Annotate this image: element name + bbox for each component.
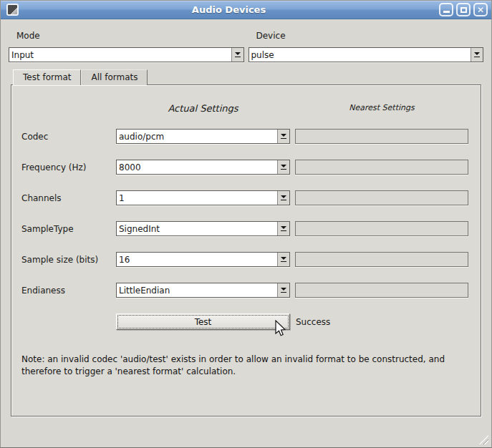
chevron-down-icon[interactable] — [277, 283, 289, 297]
chevron-down-icon[interactable] — [277, 222, 289, 235]
close-button[interactable]: ✕ — [473, 3, 488, 16]
maximize-button[interactable] — [456, 3, 471, 16]
chevron-down-icon[interactable] — [277, 160, 289, 174]
samplesize-value: 16 — [117, 255, 277, 265]
window-icon[interactable] — [6, 4, 19, 16]
device-combobox[interactable]: pulse — [249, 47, 484, 62]
row-sampletype: SampleType SignedInt — [21, 221, 471, 236]
device-value: pulse — [249, 50, 471, 60]
row-samplesize: Sample size (bits) 16 — [21, 252, 471, 267]
mode-label: Mode — [16, 31, 244, 41]
tab-test-format[interactable]: Test format — [13, 69, 81, 85]
minimize-icon — [443, 11, 450, 13]
sampletype-nearest-field — [295, 221, 468, 236]
row-channels: Channels 1 — [21, 190, 471, 205]
nearest-settings-header: Nearest Settings — [295, 103, 468, 114]
row-frequency: Frequency (Hz) 8000 — [21, 160, 471, 175]
mode-value: Input — [9, 50, 231, 60]
chevron-down-icon[interactable] — [231, 48, 243, 62]
endianess-label: Endianess — [21, 286, 116, 296]
close-icon: ✕ — [477, 6, 484, 14]
endianess-value: LittleEndian — [117, 286, 277, 296]
samplesize-combobox[interactable]: 16 — [116, 252, 290, 267]
codec-nearest-field — [295, 129, 468, 144]
channels-combobox[interactable]: 1 — [116, 190, 290, 205]
test-status: Success — [296, 317, 330, 327]
frequency-label: Frequency (Hz) — [21, 162, 116, 172]
codec-value: audio/pcm — [117, 132, 277, 142]
note-text: Note: an invalid codec 'audio/test' exis… — [21, 354, 468, 379]
row-endianess: Endianess LittleEndian — [21, 283, 471, 298]
codec-label: Codec — [21, 132, 116, 142]
dialog-body: Mode Input Device pulse Test format All … — [1, 19, 491, 417]
chevron-down-icon[interactable] — [277, 253, 289, 266]
channels-label: Channels — [21, 193, 116, 203]
titlebar[interactable]: Audio Devices ✕ — [1, 1, 491, 19]
channels-nearest-field — [295, 190, 468, 205]
endianess-nearest-field — [295, 283, 468, 298]
frequency-combobox[interactable]: 8000 — [116, 160, 290, 175]
chevron-down-icon[interactable] — [277, 191, 289, 205]
chevron-down-icon[interactable] — [277, 130, 289, 143]
maximize-icon — [460, 7, 467, 13]
sampletype-label: SampleType — [21, 224, 116, 234]
window-title: Audio Devices — [19, 4, 439, 15]
device-label: Device — [256, 31, 484, 41]
tab-all-formats[interactable]: All formats — [81, 69, 148, 85]
sampletype-value: SignedInt — [117, 224, 277, 234]
frequency-value: 8000 — [117, 162, 277, 172]
channels-value: 1 — [117, 193, 277, 203]
test-button[interactable]: Test — [116, 313, 290, 330]
mouse-cursor — [274, 320, 286, 339]
sampletype-combobox[interactable]: SignedInt — [116, 221, 290, 236]
codec-combobox[interactable]: audio/pcm — [116, 129, 290, 144]
frequency-nearest-field — [295, 160, 468, 175]
chevron-down-icon[interactable] — [471, 48, 483, 62]
test-format-pane: Actual Settings Nearest Settings Codec a… — [11, 84, 481, 417]
resize-grip[interactable] — [479, 435, 488, 444]
mode-combobox[interactable]: Input — [9, 47, 244, 62]
audio-devices-window: Audio Devices ✕ Mode Input Device pulse — [0, 0, 492, 448]
row-codec: Codec audio/pcm — [21, 129, 471, 144]
tab-bar: Test format All formats — [13, 69, 483, 84]
minimize-button[interactable] — [439, 3, 453, 16]
samplesize-nearest-field — [295, 252, 468, 267]
samplesize-label: Sample size (bits) — [21, 255, 116, 265]
endianess-combobox[interactable]: LittleEndian — [116, 283, 290, 298]
actual-settings-header: Actual Settings — [116, 103, 290, 114]
